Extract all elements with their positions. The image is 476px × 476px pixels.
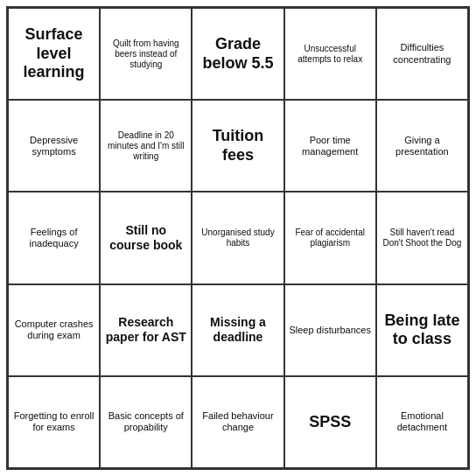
bingo-cell-r4c3: SPSS [284, 376, 376, 468]
bingo-cell-r2c4: Still haven't read Don't Shoot the Dog [376, 192, 468, 284]
bingo-cell-r3c2: Missing a deadline [192, 284, 284, 376]
bingo-cell-r3c1: Research paper for AST [100, 284, 192, 376]
bingo-cell-r0c3: Unsuccessful attempts to relax [284, 8, 376, 100]
bingo-cell-r2c1: Still no course book [100, 192, 192, 284]
bingo-cell-r1c3: Poor time management [284, 100, 376, 192]
bingo-cell-r2c3: Fear of accidental plagiarism [284, 192, 376, 284]
bingo-cell-r2c2: Unorganised study habits [192, 192, 284, 284]
bingo-card: Surface level learningQuilt from having … [6, 6, 470, 470]
bingo-cell-r3c4: Being late to class [376, 284, 468, 376]
bingo-cell-r0c1: Quilt from having beers instead of study… [100, 8, 192, 100]
bingo-cell-r4c2: Failed behaviour change [192, 376, 284, 468]
bingo-cell-r2c0: Feelings of inadequacy [8, 192, 100, 284]
bingo-cell-r1c4: Giving a presentation [376, 100, 468, 192]
bingo-cell-r1c2: Tuition fees [192, 100, 284, 192]
bingo-cell-r4c4: Emotional detachment [376, 376, 468, 468]
bingo-cell-r0c2: Grade below 5.5 [192, 8, 284, 100]
bingo-cell-r3c0: Computer crashes during exam [8, 284, 100, 376]
bingo-cell-r0c4: Difficulties concentrating [376, 8, 468, 100]
bingo-cell-r3c3: Sleep disturbances [284, 284, 376, 376]
bingo-cell-r4c1: Basic concepts of propability [100, 376, 192, 468]
bingo-cell-r1c1: Deadline in 20 minutes and I'm still wri… [100, 100, 192, 192]
bingo-cell-r1c0: Depressive symptoms [8, 100, 100, 192]
bingo-cell-r4c0: Forgetting to enroll for exams [8, 376, 100, 468]
bingo-cell-r0c0: Surface level learning [8, 8, 100, 100]
